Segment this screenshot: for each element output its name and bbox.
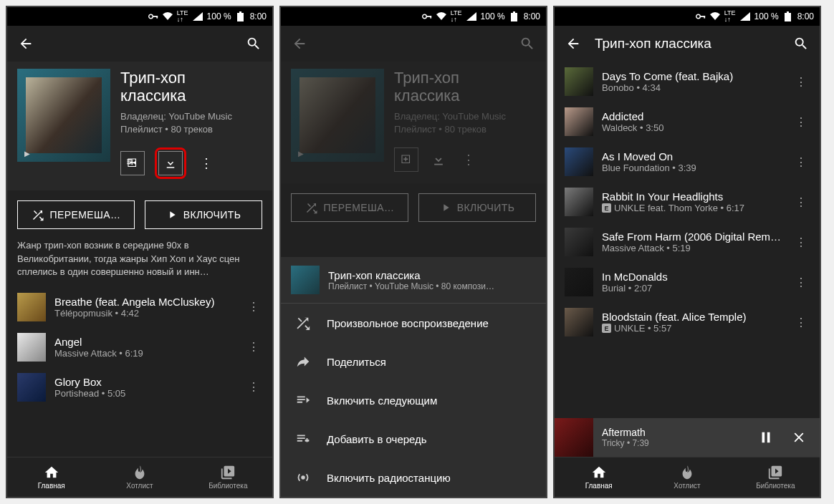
track-sub: Burial • 2:07 — [602, 283, 784, 294]
nav-home[interactable]: Главная — [7, 457, 95, 497]
more-button[interactable]: ⋮ — [196, 153, 216, 173]
track-title: Safe From Harm (2006 Digital Remaster) — [602, 231, 784, 243]
playlist-cover[interactable]: ▶ — [17, 69, 110, 162]
track-row[interactable]: Days To Come (feat. Bajka)Bonobo • 4:34⋮ — [555, 62, 820, 102]
track-menu-button[interactable]: ⋮ — [245, 340, 262, 354]
sheet-add-queue[interactable]: Добавить в очередь — [281, 420, 546, 458]
nav-hotlist[interactable]: Хотлист — [95, 457, 183, 497]
track-list[interactable]: Breathe (feat. Angela McCluskey) Télépop… — [7, 287, 272, 457]
playlist-title: Трип-хопклассика — [394, 69, 536, 105]
track-menu-button[interactable]: ⋮ — [792, 115, 810, 129]
signal-icon — [466, 11, 476, 21]
queue-icon — [295, 431, 311, 447]
track-row[interactable]: Rabbit In Your HeadlightsE UNKLE feat. T… — [555, 182, 820, 222]
track-menu-button[interactable]: ⋮ — [792, 155, 810, 169]
track-menu-button[interactable]: ⋮ — [245, 380, 262, 394]
add-to-library-button[interactable] — [394, 147, 418, 172]
track-sub: Massive Attack • 6:19 — [54, 348, 236, 359]
signal-icon — [740, 11, 750, 21]
track-menu-button[interactable]: ⋮ — [245, 300, 262, 314]
nav-library[interactable]: Библиотека — [184, 457, 272, 497]
track-row[interactable]: Glory Box Portishead • 5:05 ⋮ — [7, 367, 272, 407]
track-menu-button[interactable]: ⋮ — [792, 236, 810, 249]
playlist-cover: ▶ — [291, 69, 384, 162]
track-row[interactable]: In McDonaldsBurial • 2:07⋮ — [555, 262, 820, 302]
track-row[interactable]: Angel Massive Attack • 6:19 ⋮ — [7, 327, 272, 367]
sheet-share[interactable]: Поделиться — [281, 342, 546, 381]
more-button[interactable]: ⋮ — [459, 150, 479, 170]
shuffle-button[interactable]: ПЕРЕМЕША… — [291, 193, 408, 222]
play-button[interactable]: ВКЛЮЧИТЬ — [145, 200, 262, 229]
track-art — [565, 308, 593, 336]
shuffle-button[interactable]: ПЕРЕМЕША… — [17, 200, 135, 229]
track-art — [565, 147, 593, 176]
close-button[interactable] — [787, 425, 811, 450]
track-sub: Portishead • 5:05 — [54, 388, 236, 399]
track-row[interactable]: AddictedWaldeck • 3:50⋮ — [555, 102, 820, 142]
key-icon — [422, 11, 432, 21]
sheet-subtitle: Плейлист • YouTube Music • 80 компози… — [328, 281, 536, 291]
track-art — [565, 107, 593, 136]
sheet-title: Трип-хоп классика — [328, 269, 536, 281]
nav-library[interactable]: Библиотека — [732, 457, 820, 497]
pause-button[interactable] — [754, 425, 778, 450]
track-row[interactable]: As I Moved OnBlue Foundation • 3:39⋮ — [555, 142, 820, 182]
download-button[interactable] — [428, 150, 449, 170]
battery-icon — [236, 11, 246, 21]
radio-icon — [295, 470, 311, 485]
track-art — [17, 373, 46, 402]
back-button[interactable] — [289, 34, 310, 54]
track-row[interactable]: Safe From Harm (2006 Digital Remaster)Ma… — [555, 222, 820, 262]
playlist-description: Жанр трип-хоп возник в середине 90х в Ве… — [7, 239, 272, 287]
svg-rect-14 — [785, 13, 791, 21]
track-menu-button[interactable]: ⋮ — [792, 75, 810, 89]
track-row[interactable]: Breathe (feat. Angela McCluskey) Télépop… — [7, 287, 272, 327]
key-icon — [148, 11, 158, 21]
now-playing-title: Aftermath — [602, 427, 745, 438]
track-title: Rabbit In Your Headlights — [602, 190, 784, 203]
back-button[interactable] — [16, 34, 36, 54]
svg-rect-9 — [513, 11, 515, 13]
play-button[interactable]: ВКЛЮЧИТЬ — [418, 193, 536, 222]
play-next-icon — [295, 392, 311, 408]
toolbar: Трип-хоп классика — [555, 26, 820, 62]
battery-icon — [783, 11, 793, 21]
track-art — [565, 228, 593, 256]
wifi-icon — [163, 11, 173, 21]
download-button[interactable] — [158, 151, 183, 175]
add-to-library-button[interactable] — [120, 151, 145, 175]
explicit-badge: E — [602, 203, 611, 213]
track-art — [565, 268, 593, 296]
playlist-meta: Плейлист • 80 треков — [394, 124, 536, 136]
nav-hotlist[interactable]: Хотлист — [643, 457, 731, 497]
sheet-play-next[interactable]: Включить следующим — [281, 381, 546, 420]
battery-icon — [509, 11, 519, 21]
search-button[interactable] — [244, 34, 264, 54]
battery-pct: 100 % — [754, 11, 779, 21]
track-art — [17, 293, 46, 321]
nav-home[interactable]: Главная — [555, 457, 643, 497]
screen-2: LTE↓↑ 100 % 8:00 ▶ Трип-хопклассика Влад… — [279, 6, 547, 498]
sheet-shuffle[interactable]: Произвольное воспроизведение — [281, 304, 546, 342]
sheet-header: Трип-хоп классика Плейлист • YouTube Mus… — [281, 257, 546, 304]
sheet-start-radio[interactable]: Включить радиостанцию — [281, 458, 546, 497]
track-menu-button[interactable]: ⋮ — [792, 276, 810, 289]
bottom-nav: Главная Хотлист Библиотека — [7, 457, 272, 497]
search-button[interactable] — [517, 34, 537, 54]
status-bar: LTE↓↑ 100 % 8:00 — [7, 7, 272, 26]
track-menu-button[interactable]: ⋮ — [792, 316, 810, 329]
track-title: Days To Come (feat. Bajka) — [602, 70, 784, 82]
download-highlight — [155, 147, 186, 179]
search-button[interactable] — [791, 34, 811, 54]
back-button[interactable] — [563, 34, 583, 54]
now-playing-bar[interactable]: Aftermath Tricky • 7:39 — [555, 418, 820, 457]
track-menu-button[interactable]: ⋮ — [792, 195, 810, 209]
track-row[interactable]: Bloodstain (feat. Alice Temple)E UNKLE •… — [555, 302, 820, 342]
clock: 8:00 — [797, 11, 814, 21]
bottom-nav: Главная Хотлист Библиотека — [555, 457, 820, 497]
track-title: Glory Box — [54, 376, 236, 388]
playlist-owner: Владелец: YouTube Music — [394, 111, 536, 123]
svg-rect-15 — [787, 11, 789, 13]
track-list[interactable]: Days To Come (feat. Bajka)Bonobo • 4:34⋮… — [555, 62, 820, 418]
track-sub: Blue Foundation • 3:39 — [602, 163, 784, 173]
